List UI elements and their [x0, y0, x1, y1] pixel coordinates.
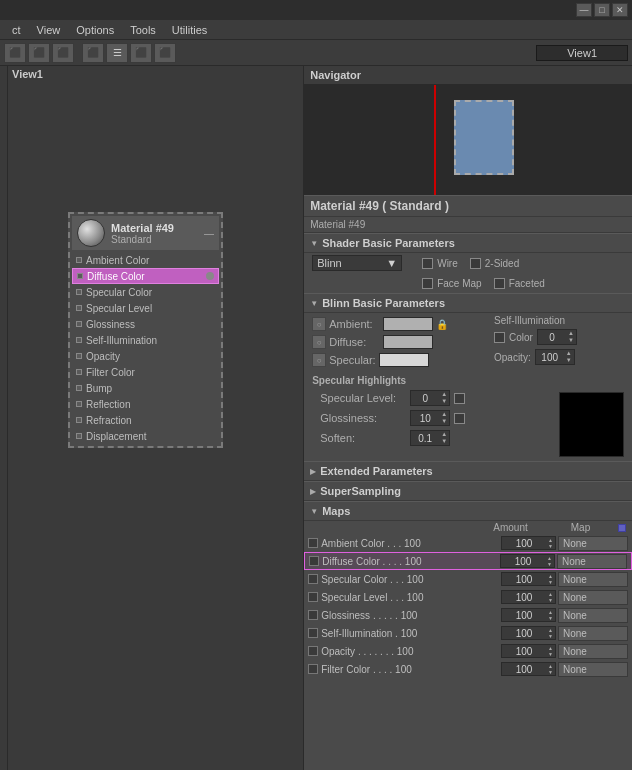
toolbar-btn-3[interactable]: ⬛: [52, 43, 74, 63]
maps-checkbox-4[interactable]: [308, 610, 318, 620]
shader-dropdown[interactable]: Blinn ▼: [312, 255, 402, 271]
self-illum-color-checkbox[interactable]: [494, 332, 505, 343]
maps-amount-box-7[interactable]: 100▲▼: [501, 662, 556, 676]
opacity-spinner-up[interactable]: ▲: [564, 350, 574, 357]
face-map-checkbox-row: Face Map: [422, 277, 481, 290]
toolbar-btn-5[interactable]: ☰: [106, 43, 128, 63]
maps-amount-arrows-7[interactable]: ▲▼: [546, 663, 555, 675]
node-row-specular-level[interactable]: Specular Level: [72, 300, 219, 316]
section-extended[interactable]: ▶ Extended Parameters: [304, 461, 632, 481]
toolbar-btn-2[interactable]: ⬛: [28, 43, 50, 63]
spec-level-arrows[interactable]: ▲ ▼: [439, 391, 449, 405]
self-illum-spinner[interactable]: 0 ▲ ▼: [537, 329, 577, 345]
diffuse-swatch[interactable]: [383, 335, 433, 349]
toolbar-btn-4[interactable]: ⬛: [82, 43, 104, 63]
maps-amount-arrows-4[interactable]: ▲▼: [546, 609, 555, 621]
specular-icon[interactable]: ○: [312, 353, 326, 367]
maps-none-btn-3[interactable]: None: [558, 590, 628, 605]
toolbar-btn-6[interactable]: ⬛: [130, 43, 152, 63]
maps-checkbox-7[interactable]: [308, 664, 318, 674]
glossiness-arrows[interactable]: ▲ ▼: [439, 411, 449, 425]
maps-checkbox-2[interactable]: [308, 574, 318, 584]
section-shader-basic[interactable]: ▼ Shader Basic Parameters: [304, 233, 632, 253]
properties-panel[interactable]: ▼ Shader Basic Parameters Blinn ▼ Wire 2…: [304, 233, 632, 770]
toolbar-btn-7[interactable]: ⬛: [154, 43, 176, 63]
material-node[interactable]: Material #49 Standard — Ambient Color Di…: [68, 212, 223, 448]
maps-checkbox-1[interactable]: [309, 556, 319, 566]
maps-amount-arrows-6[interactable]: ▲▼: [546, 645, 555, 657]
spec-level-spinner[interactable]: 0 ▲ ▼: [410, 390, 450, 406]
maps-amount-arrows-2[interactable]: ▲▼: [546, 573, 555, 585]
node-row-ambient[interactable]: Ambient Color: [72, 252, 219, 268]
ambient-icon[interactable]: ○: [312, 317, 326, 331]
close-button[interactable]: ✕: [612, 3, 628, 17]
maps-none-btn-4[interactable]: None: [558, 608, 628, 623]
maps-none-btn-6[interactable]: None: [558, 644, 628, 659]
viewport-area[interactable]: Material #49 Standard — Ambient Color Di…: [8, 82, 303, 766]
node-row-reflection[interactable]: Reflection: [72, 396, 219, 412]
spec-level-checkbox[interactable]: [454, 393, 465, 404]
glossiness-spinner[interactable]: 10 ▲ ▼: [410, 410, 450, 426]
maps-amount-box-6[interactable]: 100▲▼: [501, 644, 556, 658]
maps-none-btn-1[interactable]: None: [557, 554, 627, 569]
node-row-specular-color[interactable]: Specular Color: [72, 284, 219, 300]
node-row-self-illum[interactable]: Self-Illumination: [72, 332, 219, 348]
maps-amount-box-0[interactable]: 100▲▼: [501, 536, 556, 550]
node-row-diffuse[interactable]: Diffuse Color: [72, 268, 219, 284]
opacity-spinner[interactable]: 100 ▲ ▼: [535, 349, 575, 365]
spinner-up[interactable]: ▲: [566, 330, 576, 337]
menu-view[interactable]: View: [29, 22, 69, 38]
face-map-checkbox[interactable]: [422, 278, 433, 289]
section-blinn-basic[interactable]: ▼ Blinn Basic Parameters: [304, 293, 632, 313]
maps-checkbox-3[interactable]: [308, 592, 318, 602]
node-row-bump[interactable]: Bump: [72, 380, 219, 396]
maps-amount-box-3[interactable]: 100▲▼: [501, 590, 556, 604]
self-illum-arrows[interactable]: ▲ ▼: [566, 330, 576, 344]
maps-amount-box-5[interactable]: 100▲▼: [501, 626, 556, 640]
node-title: Material #49: [111, 222, 174, 234]
maps-amount-box-2[interactable]: 100▲▼: [501, 572, 556, 586]
two-sided-checkbox[interactable]: [470, 258, 481, 269]
maps-checkbox-5[interactable]: [308, 628, 318, 638]
soften-spinner[interactable]: 0.1 ▲ ▼: [410, 430, 450, 446]
maps-none-btn-7[interactable]: None: [558, 662, 628, 677]
section-supersampling[interactable]: ▶ SuperSampling: [304, 481, 632, 501]
node-row-glossiness[interactable]: Glossiness: [72, 316, 219, 332]
node-row-displacement[interactable]: Displacement: [72, 428, 219, 444]
specular-swatch[interactable]: [379, 353, 429, 367]
maps-checkbox-0[interactable]: [308, 538, 318, 548]
maps-checkbox-6[interactable]: [308, 646, 318, 656]
menu-options[interactable]: Options: [68, 22, 122, 38]
menu-ct[interactable]: ct: [4, 22, 29, 38]
faceted-checkbox[interactable]: [494, 278, 505, 289]
maps-none-btn-0[interactable]: None: [558, 536, 628, 551]
maps-amount-arrows-1[interactable]: ▲▼: [545, 555, 554, 567]
minimize-button[interactable]: —: [576, 3, 592, 17]
node-row-refraction[interactable]: Refraction: [72, 412, 219, 428]
section-maps[interactable]: ▼ Maps: [304, 501, 632, 521]
opacity-arrows[interactable]: ▲ ▼: [564, 350, 574, 364]
maps-none-btn-2[interactable]: None: [558, 572, 628, 587]
diffuse-icon[interactable]: ○: [312, 335, 326, 349]
self-illum-title: Self-Illumination: [494, 315, 624, 326]
spinner-down[interactable]: ▼: [566, 337, 576, 344]
maps-amount-arrows-5[interactable]: ▲▼: [546, 627, 555, 639]
maps-none-btn-5[interactable]: None: [558, 626, 628, 641]
maps-amount-box-4[interactable]: 100▲▼: [501, 608, 556, 622]
soften-arrows[interactable]: ▲ ▼: [439, 431, 449, 445]
ambient-swatch[interactable]: [383, 317, 433, 331]
node-row-opacity[interactable]: Opacity: [72, 348, 219, 364]
wire-checkbox[interactable]: [422, 258, 433, 269]
maps-amount-arrows-3[interactable]: ▲▼: [546, 591, 555, 603]
maps-amount-box-1[interactable]: 100▲▼: [500, 554, 555, 568]
node-expand-icon[interactable]: —: [204, 228, 214, 239]
menu-utilities[interactable]: Utilities: [164, 22, 215, 38]
maximize-button[interactable]: □: [594, 3, 610, 17]
glossiness-checkbox[interactable]: [454, 413, 465, 424]
node-row-filter-color[interactable]: Filter Color: [72, 364, 219, 380]
maps-row-name-2: Specular Color . . . 100: [321, 574, 499, 585]
maps-amount-arrows-0[interactable]: ▲▼: [546, 537, 555, 549]
toolbar-btn-1[interactable]: ⬛: [4, 43, 26, 63]
opacity-spinner-down[interactable]: ▼: [564, 357, 574, 364]
menu-tools[interactable]: Tools: [122, 22, 164, 38]
